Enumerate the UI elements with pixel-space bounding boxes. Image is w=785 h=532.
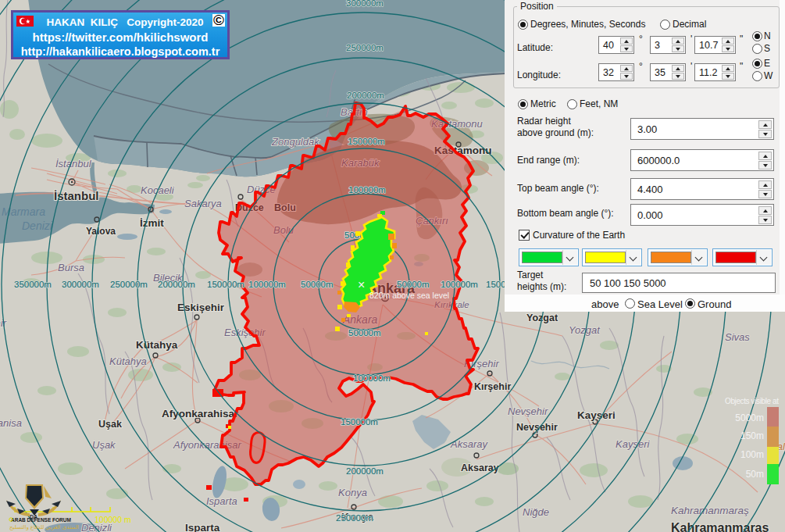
svg-text:50000m: 50000m bbox=[301, 280, 334, 289]
svg-text:×: × bbox=[358, 278, 365, 291]
svg-text:Objects visible at: Objects visible at bbox=[725, 397, 779, 405]
svg-text:Kütahya: Kütahya bbox=[109, 355, 147, 367]
svg-text:Bursa: Bursa bbox=[58, 262, 84, 273]
svg-text:Kahramanmaraş: Kahramanmaraş bbox=[671, 505, 749, 516]
svg-text:Zonguldak: Zonguldak bbox=[271, 136, 320, 148]
svg-text:Kahramanmaraş: Kahramanmaraş bbox=[671, 521, 769, 532]
svg-text:ARAB DEFENSE FORUM: ARAB DEFENSE FORUM bbox=[11, 517, 71, 523]
svg-text:200000m: 200000m bbox=[347, 91, 384, 100]
svg-text:150000m: 150000m bbox=[341, 417, 378, 427]
svg-text:820m above sea level: 820m above sea level bbox=[369, 291, 449, 300]
svg-text:100000m: 100000m bbox=[248, 280, 286, 289]
svg-text:300000m: 300000m bbox=[346, 0, 384, 8]
svg-text:İstanbul: İstanbul bbox=[55, 158, 92, 170]
svg-text:Niğde: Niğde bbox=[523, 506, 549, 518]
svg-text:Aksaray: Aksaray bbox=[461, 462, 499, 473]
svg-text:Kayseri: Kayseri bbox=[577, 409, 616, 421]
svg-text:50000m: 50000m bbox=[397, 280, 430, 289]
svg-text:Afyonkarahisar: Afyonkarahisar bbox=[162, 408, 239, 420]
svg-text:100000m: 100000m bbox=[441, 280, 478, 289]
svg-text:Kırşehir: Kırşehir bbox=[474, 381, 511, 392]
svg-text:150000m: 150000m bbox=[207, 280, 244, 289]
svg-text:Yalova: Yalova bbox=[86, 226, 116, 237]
svg-text:İzmit: İzmit bbox=[140, 217, 164, 229]
svg-text:Uşak: Uşak bbox=[98, 419, 122, 430]
svg-text:300000m: 300000m bbox=[62, 280, 99, 289]
svg-text:350000m: 350000m bbox=[14, 280, 52, 289]
svg-text:100000m: 100000m bbox=[353, 373, 391, 383]
svg-text:250000m: 250000m bbox=[346, 43, 384, 52]
svg-text:Konya: Konya bbox=[338, 487, 367, 498]
svg-text:Kütahya: Kütahya bbox=[136, 339, 178, 351]
svg-text:Sivas: Sivas bbox=[725, 331, 750, 343]
svg-text:150m: 150m bbox=[740, 430, 764, 441]
svg-text:Sakarya: Sakarya bbox=[184, 198, 222, 209]
svg-text:150000m: 150000m bbox=[348, 137, 385, 146]
svg-text:Isparta: Isparta bbox=[206, 495, 237, 507]
svg-text:100000m: 100000m bbox=[348, 185, 386, 195]
svg-text:200000m: 200000m bbox=[346, 466, 384, 476]
svg-text:Isparta: Isparta bbox=[185, 522, 220, 532]
svg-text:Aksaray: Aksaray bbox=[450, 438, 488, 450]
svg-text:Denizi: Denizi bbox=[22, 220, 53, 232]
svg-text:Uşak: Uşak bbox=[92, 439, 116, 451]
svg-text:Nevşehir: Nevşehir bbox=[508, 405, 548, 417]
svg-text:250000m: 250000m bbox=[110, 280, 148, 289]
svg-text:50m: 50m bbox=[746, 469, 764, 480]
svg-text:100000 m: 100000 m bbox=[95, 515, 131, 524]
svg-text:250000m: 250000m bbox=[336, 513, 373, 523]
svg-text:200000m: 200000m bbox=[158, 280, 195, 289]
svg-text:50000m: 50000m bbox=[348, 328, 381, 337]
svg-text:5000m: 5000m bbox=[735, 412, 764, 423]
svg-text:المنتدى العربي للدفاع والتسليح: المنتدى العربي للدفاع والتسليح bbox=[9, 524, 79, 530]
svg-text:100m: 100m bbox=[740, 449, 764, 460]
svg-text:Kayseri: Kayseri bbox=[616, 438, 650, 450]
svg-text:Manisa: Manisa bbox=[0, 417, 22, 429]
